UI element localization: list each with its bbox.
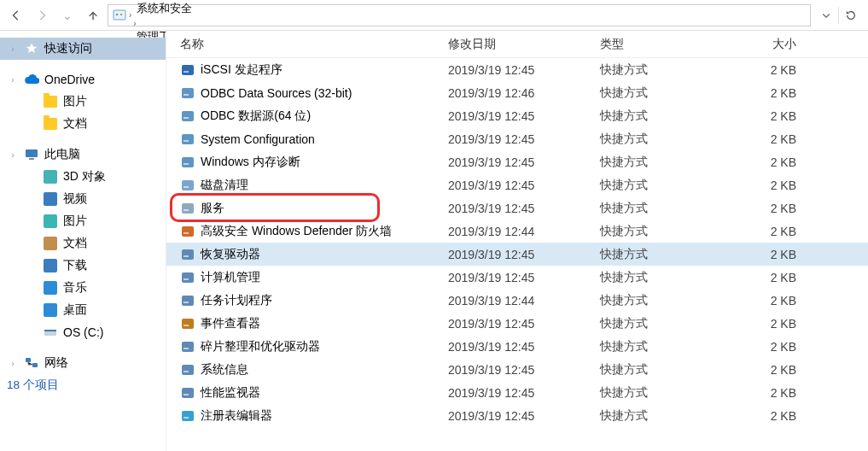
file-name: 恢复驱动器 [201, 247, 260, 262]
file-size: 2 KB [726, 225, 813, 238]
refresh-button[interactable] [839, 4, 863, 26]
sidebar-item-label: 文档 [63, 116, 87, 132]
file-size: 2 KB [726, 63, 813, 77]
table-row[interactable]: 服务2019/3/19 12:45快捷方式2 KB [166, 196, 868, 220]
back-button[interactable] [5, 4, 27, 26]
table-row[interactable]: 系统信息2019/3/19 12:45快捷方式2 KB [166, 358, 868, 381]
gear-icon [180, 201, 195, 216]
sidebar-item-8[interactable]: 视频 [0, 188, 166, 210]
file-date: 2019/3/19 12:44 [448, 225, 600, 238]
svg-rect-9 [182, 65, 194, 75]
svg-rect-16 [184, 140, 189, 142]
sidebar-item-11[interactable]: 下载 [0, 255, 166, 277]
svg-rect-15 [182, 134, 194, 144]
sidebar-item-2[interactable]: ›OneDrive [0, 68, 166, 91]
file-type: 快捷方式 [600, 247, 726, 262]
svg-rect-24 [184, 232, 189, 234]
file-date: 2019/3/19 12:45 [448, 340, 600, 354]
svg-rect-20 [184, 186, 189, 188]
col-date-header[interactable]: 修改日期 [448, 37, 600, 52]
chevron-right-icon: › [129, 10, 131, 20]
breadcrumb[interactable]: › 控制面板›系统和安全›管理工具› [108, 4, 811, 26]
sidebar-item-0[interactable]: ›快速访问 [0, 38, 166, 60]
sidebar-item-10[interactable]: 文档 [0, 232, 166, 255]
file-size: 2 KB [726, 409, 813, 423]
star-icon [24, 41, 39, 56]
sidebar-item-14[interactable]: OS (C:) [0, 321, 166, 343]
event-icon [180, 316, 195, 331]
sidebar-item-label: 文档 [63, 236, 87, 251]
file-name: 服务 [201, 201, 224, 216]
table-row[interactable]: iSCSI 发起程序2019/3/19 12:45快捷方式2 KB [166, 58, 868, 81]
table-row[interactable]: 计算机管理2019/3/19 12:45快捷方式2 KB [166, 266, 868, 289]
table-row[interactable]: 事件查看器2019/3/19 12:45快捷方式2 KB [166, 312, 868, 335]
file-date: 2019/3/19 12:45 [448, 317, 600, 331]
table-row[interactable]: 性能监视器2019/3/19 12:45快捷方式2 KB [166, 381, 868, 404]
svg-rect-21 [182, 203, 194, 214]
sidebar-item-12[interactable]: 音乐 [0, 277, 166, 299]
sidebar-item-13[interactable]: 桌面 [0, 299, 166, 321]
file-name: iSCSI 发起程序 [201, 62, 283, 78]
table-row[interactable]: Windows 内存诊断2019/3/19 12:45快捷方式2 KB [166, 150, 868, 173]
address-dropdown[interactable] [814, 4, 838, 26]
sidebar-item-4[interactable]: 文档 [0, 113, 166, 135]
svg-rect-28 [184, 278, 189, 280]
table-row[interactable]: 磁盘清理2019/3/19 12:45快捷方式2 KB [166, 173, 868, 196]
sidebar-item-9[interactable]: 图片 [0, 210, 166, 232]
manage-icon [180, 270, 195, 285]
up-button[interactable] [82, 4, 104, 26]
table-row[interactable]: ODBC Data Sources (32-bit)2019/3/19 12:4… [166, 81, 868, 104]
table-row[interactable]: 高级安全 Windows Defender 防火墙2019/3/19 12:44… [166, 220, 868, 243]
recent-dropdown[interactable]: ⌄ [56, 4, 79, 26]
svg-rect-17 [182, 157, 194, 167]
arrow-up-icon [87, 9, 99, 21]
nav-tree: ›快速访问›OneDrive图片文档›此电脑3D 对象视频图片文档下载音乐桌面O… [0, 31, 166, 451]
table-row[interactable]: 任务计划程序2019/3/19 12:44快捷方式2 KB [166, 289, 868, 312]
chevron-right-icon: › [7, 150, 19, 160]
svg-rect-10 [184, 71, 189, 73]
file-type: 快捷方式 [600, 339, 726, 354]
sidebar-item-3[interactable]: 图片 [0, 91, 166, 113]
file-date: 2019/3/19 12:45 [448, 271, 600, 284]
refresh-icon [845, 9, 857, 21]
pc-icon [24, 147, 39, 162]
table-row[interactable]: ODBC 数据源(64 位)2019/3/19 12:45快捷方式2 KB [166, 104, 868, 127]
crumb-1[interactable]: 系统和安全 [133, 1, 195, 16]
file-type: 快捷方式 [600, 201, 726, 216]
table-row[interactable]: 恢复驱动器2019/3/19 12:45快捷方式2 KB [166, 243, 868, 266]
file-type: 快捷方式 [600, 132, 726, 147]
file-name: 高级安全 Windows Defender 防火墙 [201, 224, 392, 239]
memory-icon [180, 155, 195, 170]
file-name: 事件查看器 [201, 316, 260, 331]
file-size: 2 KB [726, 294, 813, 308]
sidebar-item-label: 网络 [44, 355, 68, 371]
file-type: 快捷方式 [600, 385, 726, 401]
table-row[interactable]: 注册表编辑器2019/3/19 12:45快捷方式2 KB [166, 404, 868, 427]
table-row[interactable]: 碎片整理和优化驱动器2019/3/19 12:45快捷方式2 KB [166, 335, 868, 358]
svg-rect-37 [182, 388, 194, 398]
svg-rect-40 [184, 417, 189, 419]
sidebar-item-label: 下载 [63, 258, 87, 273]
svg-rect-6 [44, 330, 56, 331]
file-date: 2019/3/19 12:45 [448, 202, 600, 215]
sidebar-item-16[interactable]: ›网络 [0, 352, 166, 374]
file-type: 快捷方式 [600, 224, 726, 239]
col-name-header[interactable]: 名称 [166, 37, 448, 52]
svg-rect-4 [29, 158, 34, 160]
table-row[interactable]: System Configuration2019/3/19 12:45快捷方式2… [166, 127, 868, 150]
video-icon [43, 191, 58, 207]
chevron-down-icon [821, 10, 831, 20]
svg-point-1 [116, 13, 119, 15]
firewall-icon [180, 224, 195, 239]
chevron-right-icon: › [133, 19, 136, 28]
file-type: 快捷方式 [600, 316, 726, 331]
sidebar-item-6[interactable]: ›此电脑 [0, 144, 166, 166]
file-name: 性能监视器 [201, 385, 260, 401]
forward-button[interactable] [31, 4, 53, 26]
shield-icon [180, 62, 195, 78]
col-type-header[interactable]: 类型 [600, 37, 726, 52]
file-size: 2 KB [726, 86, 813, 100]
address-bar: ⌄ › 控制面板›系统和安全›管理工具› [0, 0, 868, 31]
col-size-header[interactable]: 大小 [726, 37, 813, 52]
sidebar-item-7[interactable]: 3D 对象 [0, 166, 166, 188]
